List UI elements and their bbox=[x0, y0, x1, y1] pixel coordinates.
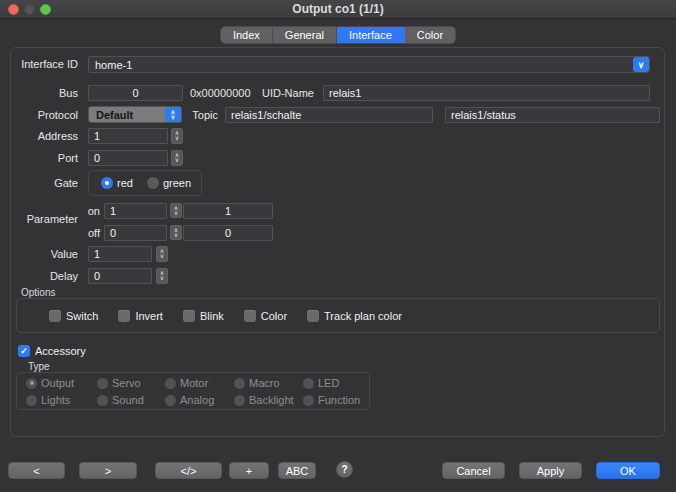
checkbox-accessory[interactable]: ✓ Accessory bbox=[18, 345, 86, 357]
options-group-label: Options bbox=[21, 287, 55, 298]
checkbox-blink[interactable]: Blink bbox=[183, 310, 224, 322]
radio-icon bbox=[234, 395, 245, 406]
radio-icon bbox=[101, 177, 113, 189]
address-label: Address bbox=[0, 130, 78, 142]
gate-radio-red[interactable]: red bbox=[101, 177, 133, 189]
type-group: Output Servo Motor Macro LED Lights Soun… bbox=[16, 372, 370, 410]
abc-button[interactable]: ABC bbox=[278, 462, 316, 479]
checkbox-icon bbox=[244, 310, 256, 322]
radio-icon bbox=[165, 395, 176, 406]
help-button[interactable]: ? bbox=[336, 461, 353, 478]
tab-general[interactable]: General bbox=[273, 27, 337, 43]
port-label: Port bbox=[0, 152, 78, 164]
protocol-label: Protocol bbox=[0, 109, 78, 121]
close-button[interactable] bbox=[8, 4, 19, 15]
radio-icon bbox=[303, 395, 314, 406]
value-label: Value bbox=[0, 248, 78, 260]
delay-stepper[interactable]: ∧∨ bbox=[156, 268, 168, 284]
zoom-button[interactable] bbox=[40, 4, 51, 15]
parameter-on-field[interactable]: 1 bbox=[104, 203, 167, 219]
window-controls bbox=[8, 4, 51, 15]
checkbox-icon bbox=[49, 310, 61, 322]
add-button[interactable]: + bbox=[229, 462, 269, 479]
checkbox-icon bbox=[307, 310, 319, 322]
minimize-button bbox=[24, 4, 35, 15]
checkbox-icon bbox=[183, 310, 195, 322]
gate-group: red green bbox=[88, 170, 202, 196]
parameter-off-stepper[interactable]: ∧∨ bbox=[170, 225, 182, 240]
value-stepper[interactable]: ∧∨ bbox=[156, 246, 168, 262]
type-radio-motor: Motor bbox=[165, 377, 234, 389]
apply-button[interactable]: Apply bbox=[519, 462, 582, 479]
tab-color[interactable]: Color bbox=[405, 27, 455, 43]
cancel-button[interactable]: Cancel bbox=[442, 462, 505, 479]
gate-radio-green[interactable]: green bbox=[147, 177, 191, 189]
next-button[interactable]: > bbox=[79, 462, 137, 479]
checkbox-color[interactable]: Color bbox=[244, 310, 287, 322]
port-stepper[interactable]: ∧∨ bbox=[171, 150, 183, 166]
tab-bar: Index General Interface Color bbox=[0, 26, 676, 44]
type-radio-output: Output bbox=[26, 377, 97, 389]
options-group: Switch Invert Blink Color Track plan col… bbox=[16, 298, 660, 333]
radio-icon bbox=[97, 395, 108, 406]
type-radio-backlight: Backlight bbox=[234, 394, 303, 406]
radio-icon bbox=[165, 378, 176, 389]
type-radio-function: Function bbox=[303, 394, 369, 406]
ok-button[interactable]: OK bbox=[596, 462, 660, 479]
parameter-off-field[interactable]: 0 bbox=[104, 225, 167, 241]
port-field[interactable]: 0 bbox=[88, 150, 168, 166]
parameter-on-stepper[interactable]: ∧∨ bbox=[170, 203, 182, 218]
type-radio-led: LED bbox=[303, 377, 369, 389]
gate-label: Gate bbox=[0, 177, 78, 189]
radio-icon bbox=[97, 378, 108, 389]
radio-icon bbox=[147, 177, 159, 189]
radio-icon bbox=[26, 378, 37, 389]
code-button[interactable]: </> bbox=[155, 462, 222, 479]
topic-send-field[interactable]: relais1/schalte bbox=[225, 107, 433, 123]
type-radio-sound: Sound bbox=[97, 394, 165, 406]
checkbox-switch[interactable]: Switch bbox=[49, 310, 98, 322]
type-group-label: Type bbox=[28, 361, 50, 372]
bus-label: Bus bbox=[0, 87, 78, 99]
address-field[interactable]: 1 bbox=[88, 128, 168, 144]
checkbox-invert[interactable]: Invert bbox=[118, 310, 163, 322]
radio-icon bbox=[303, 378, 314, 389]
address-stepper[interactable]: ∧∨ bbox=[171, 128, 183, 144]
delay-label: Delay bbox=[0, 270, 78, 282]
parameter-on-label: on bbox=[60, 205, 100, 217]
checkmark-icon: ✓ bbox=[18, 345, 30, 357]
interface-id-value: home-1 bbox=[89, 59, 633, 71]
type-radio-macro: Macro bbox=[234, 377, 303, 389]
radio-icon bbox=[26, 395, 37, 406]
uid-name-label: UID-Name bbox=[262, 87, 314, 99]
parameter-off-label: off bbox=[60, 227, 100, 239]
type-radio-lights: Lights bbox=[26, 394, 97, 406]
window-title: Output co1 (1/1) bbox=[292, 2, 383, 16]
chevron-down-icon[interactable]: ∨ bbox=[633, 57, 649, 72]
parameter-on-field2[interactable]: 1 bbox=[183, 203, 273, 219]
uid-name-field[interactable]: relais1 bbox=[323, 85, 650, 101]
titlebar: Output co1 (1/1) bbox=[0, 0, 676, 19]
checkbox-icon bbox=[118, 310, 130, 322]
prev-button[interactable]: < bbox=[8, 462, 65, 479]
tab-index[interactable]: Index bbox=[221, 27, 273, 43]
checkbox-track-plan-color[interactable]: Track plan color bbox=[307, 310, 402, 322]
bus-hex-label: 0x00000000 bbox=[190, 87, 251, 99]
tab-interface[interactable]: Interface bbox=[337, 27, 405, 43]
bus-field[interactable]: 0 bbox=[88, 85, 183, 101]
topic-status-field[interactable]: relais1/status bbox=[445, 107, 660, 123]
interface-id-label: Interface ID bbox=[0, 58, 78, 70]
value-field[interactable]: 1 bbox=[88, 246, 152, 262]
parameter-off-field2[interactable]: 0 bbox=[183, 225, 273, 241]
type-radio-servo: Servo bbox=[97, 377, 165, 389]
delay-field[interactable]: 0 bbox=[88, 268, 152, 284]
topic-label: Topic bbox=[150, 109, 218, 121]
type-radio-analog: Analog bbox=[165, 394, 234, 406]
interface-id-combobox[interactable]: home-1 ∨ bbox=[88, 56, 650, 73]
radio-icon bbox=[234, 378, 245, 389]
